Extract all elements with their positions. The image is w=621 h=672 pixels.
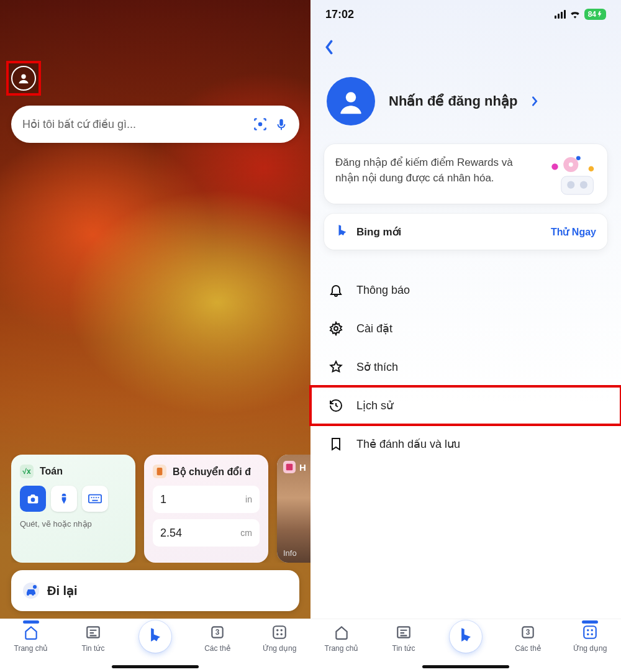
svg-point-28 bbox=[580, 181, 587, 189]
image-icon bbox=[283, 461, 296, 473]
draw-icon[interactable] bbox=[51, 486, 77, 512]
chevron-right-icon bbox=[531, 96, 538, 107]
nav-news[interactable]: Tin tức bbox=[381, 623, 427, 653]
math-sub: Quét, vẽ hoặc nhập bbox=[20, 519, 127, 529]
signin-row[interactable]: Nhấn để đăng nhập bbox=[324, 77, 607, 125]
converter-input-1[interactable]: 1 in bbox=[153, 486, 260, 513]
bing-b-icon bbox=[335, 224, 349, 240]
wifi-icon bbox=[569, 10, 581, 19]
svg-point-1 bbox=[258, 122, 263, 127]
gear-icon bbox=[328, 320, 344, 337]
history-icon bbox=[328, 397, 344, 414]
apps-icon bbox=[582, 624, 598, 640]
profile-button-highlight[interactable] bbox=[6, 61, 41, 96]
travel-card[interactable]: Đi lại bbox=[11, 570, 299, 611]
nav-tabs[interactable]: 3 Các thẻ bbox=[505, 623, 551, 653]
screenshot-right: 17:02 84 Nhấn để đăng nhập bbox=[310, 0, 621, 672]
nav-news[interactable]: Tin tức bbox=[70, 623, 116, 653]
svg-point-29 bbox=[334, 327, 338, 330]
converter-title: Bộ chuyển đổi đ bbox=[173, 466, 251, 478]
svg-rect-2 bbox=[89, 495, 101, 503]
status-time: 17:02 bbox=[325, 8, 354, 21]
menu-interests[interactable]: Sở thích bbox=[324, 348, 607, 386]
svg-rect-33 bbox=[584, 626, 596, 638]
nav-home[interactable]: Trang chủ bbox=[8, 623, 54, 653]
svg-point-20 bbox=[346, 92, 356, 102]
home-indicator bbox=[112, 665, 199, 668]
menu-settings[interactable]: Cài đặt bbox=[324, 309, 607, 348]
math-card[interactable]: √x Toán Quét, vẽ hoặc nhập bbox=[11, 455, 135, 563]
battery-badge: 84 bbox=[584, 9, 606, 20]
image-info: Info bbox=[283, 548, 297, 558]
converter-card[interactable]: Bộ chuyển đổi đ 1 in 2.54 cm bbox=[144, 455, 268, 563]
mic-icon[interactable] bbox=[274, 116, 288, 132]
svg-rect-4 bbox=[93, 497, 94, 498]
home-indicator bbox=[422, 665, 509, 668]
search-placeholder: Hỏi tôi bất cứ điều gì... bbox=[22, 117, 246, 131]
apps-icon bbox=[271, 624, 288, 640]
svg-text:3: 3 bbox=[526, 628, 530, 637]
nav-apps[interactable]: Ứng dụng bbox=[256, 623, 302, 653]
image-title: H bbox=[299, 462, 306, 473]
bell-icon bbox=[328, 282, 344, 298]
car-icon bbox=[22, 582, 40, 599]
bing-icon bbox=[450, 620, 482, 653]
cellular-icon bbox=[555, 10, 566, 19]
screenshot-left: 17:02 84 Hỏi tôi bất cứ điều gì... bbox=[0, 0, 310, 672]
ruler-icon bbox=[153, 465, 166, 478]
travel-title: Đi lại bbox=[47, 583, 78, 598]
bookmark-icon bbox=[328, 436, 344, 452]
home-icon bbox=[333, 624, 350, 640]
svg-point-17 bbox=[281, 629, 283, 631]
svg-rect-15 bbox=[273, 626, 286, 638]
keyboard-icon[interactable] bbox=[82, 486, 108, 512]
nav-home[interactable]: Trang chủ bbox=[319, 623, 365, 653]
search-bar[interactable]: Hỏi tôi bất cứ điều gì... bbox=[11, 106, 299, 143]
rewards-promo[interactable]: Đăng nhập để kiếm điểm Rewards và nhận n… bbox=[324, 144, 607, 204]
svg-point-27 bbox=[567, 181, 574, 189]
promo-art-icon bbox=[545, 153, 599, 199]
status-bar: 17:02 84 bbox=[310, 0, 621, 29]
profile-icon bbox=[11, 66, 36, 91]
news-icon bbox=[85, 624, 101, 640]
home-icon bbox=[23, 624, 39, 640]
svg-rect-9 bbox=[286, 464, 293, 471]
star-icon bbox=[328, 359, 344, 375]
svg-rect-3 bbox=[91, 497, 93, 498]
math-title: Toán bbox=[40, 466, 63, 477]
svg-point-21 bbox=[551, 163, 558, 170]
bing-new-row[interactable]: Bing mới Thử Ngay bbox=[324, 214, 607, 250]
lens-icon[interactable] bbox=[252, 116, 268, 132]
converter-input-2[interactable]: 2.54 cm bbox=[153, 519, 260, 547]
svg-point-18 bbox=[276, 633, 278, 635]
nav-tabs[interactable]: 3 Các thẻ bbox=[194, 623, 240, 653]
svg-point-25 bbox=[569, 163, 573, 167]
nav-apps[interactable]: Ứng dụng bbox=[567, 623, 613, 653]
nav-bing[interactable] bbox=[443, 623, 489, 653]
menu-bookmarks[interactable]: Thẻ đánh dấu và lưu bbox=[324, 425, 607, 463]
back-button[interactable] bbox=[324, 40, 334, 55]
nav-bing[interactable] bbox=[132, 623, 178, 653]
menu-history-highlight[interactable]: Lịch sử bbox=[310, 386, 621, 425]
camera-icon[interactable] bbox=[20, 486, 46, 512]
bing-label: Bing mới bbox=[356, 225, 401, 238]
svg-point-0 bbox=[21, 75, 25, 79]
bottom-nav: Trang chủ Tin tức 3 Các thẻ Ứng dụng bbox=[310, 619, 621, 672]
bottom-nav: Trang chủ Tin tức 3 Các thẻ Ứng dụng bbox=[0, 619, 310, 672]
news-icon bbox=[396, 624, 412, 640]
tabs-icon: 3 bbox=[209, 624, 225, 640]
bing-icon bbox=[139, 620, 171, 653]
svg-point-37 bbox=[591, 633, 593, 635]
image-card[interactable]: H Info bbox=[277, 455, 310, 563]
svg-point-36 bbox=[587, 633, 589, 635]
bing-cta[interactable]: Thử Ngay bbox=[551, 226, 596, 238]
menu-notifications[interactable]: Thông báo bbox=[324, 271, 607, 309]
svg-rect-26 bbox=[561, 176, 594, 194]
svg-point-16 bbox=[276, 629, 278, 631]
avatar-icon bbox=[327, 77, 375, 125]
signin-title: Nhấn để đăng nhập bbox=[389, 93, 517, 109]
svg-rect-6 bbox=[98, 497, 99, 498]
svg-rect-8 bbox=[157, 468, 163, 475]
svg-point-19 bbox=[281, 633, 283, 635]
svg-point-35 bbox=[591, 629, 593, 631]
